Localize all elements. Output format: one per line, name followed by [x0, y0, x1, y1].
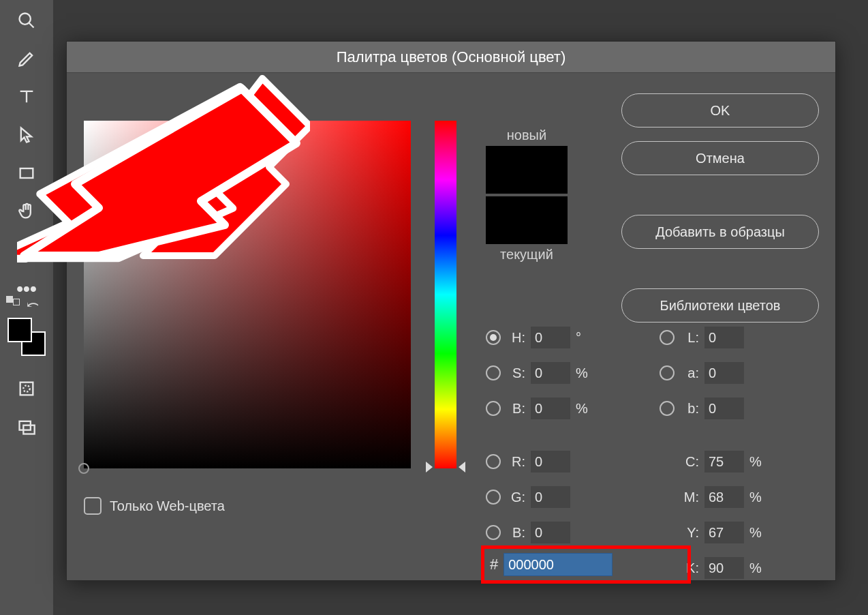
new-color-swatch[interactable] — [486, 146, 568, 194]
quickmask-tool-icon[interactable] — [10, 375, 44, 402]
brgb-input[interactable] — [531, 522, 570, 543]
s-label: S: — [506, 365, 525, 381]
k-unit: % — [749, 560, 762, 576]
svg-rect-2 — [20, 168, 33, 178]
color-swatches-tool[interactable]: ⤺ — [6, 316, 47, 357]
path-select-tool-icon[interactable] — [10, 121, 44, 149]
sat-radio[interactable] — [486, 365, 501, 380]
a-label: a: — [680, 365, 699, 381]
y-unit: % — [749, 525, 762, 541]
svg-line-1 — [29, 23, 34, 28]
s-unit: % — [576, 365, 588, 381]
svg-point-3 — [20, 243, 31, 254]
new-label: новый — [486, 127, 568, 143]
h-input[interactable] — [531, 327, 570, 348]
type-tool-icon[interactable] — [10, 83, 44, 110]
l-radio[interactable] — [660, 330, 675, 345]
y-label: Y: — [680, 525, 699, 541]
brgb-radio[interactable] — [486, 525, 501, 540]
web-only-checkbox[interactable]: Только Web-цвета — [84, 497, 225, 515]
ok-button[interactable]: OK — [621, 93, 819, 127]
l-label: L: — [680, 330, 699, 346]
a-input[interactable] — [704, 362, 744, 384]
swatch-preview: новый текущий — [486, 127, 568, 262]
svg-point-6 — [23, 385, 29, 391]
m-unit: % — [749, 490, 762, 505]
blab-radio[interactable] — [660, 401, 675, 416]
g-input[interactable] — [531, 486, 570, 508]
hue-slider[interactable] — [435, 121, 456, 468]
hex-input[interactable] — [503, 553, 613, 576]
checkbox-icon — [84, 497, 102, 515]
blab-label: b: — [680, 401, 699, 417]
hue-radio[interactable] — [486, 330, 501, 345]
svg-rect-5 — [20, 382, 33, 395]
bhsb-label: B: — [506, 401, 525, 417]
dialog-buttons: OK Отмена Добавить в образцы Библиотеки … — [621, 93, 819, 322]
brgb-label: B: — [506, 525, 525, 541]
foreground-color-swatch[interactable] — [7, 318, 32, 342]
hex-highlight-box: # — [481, 545, 691, 584]
r-input[interactable] — [531, 451, 570, 472]
rectangle-tool-icon[interactable] — [10, 160, 44, 187]
dialog-body: новый текущий OK Отмена Добавить в образ… — [67, 73, 835, 580]
screenmode-tool-icon[interactable] — [10, 413, 44, 440]
web-only-label: Только Web-цвета — [110, 498, 225, 514]
h-unit: ° — [576, 330, 588, 346]
current-label: текущий — [486, 247, 568, 262]
a-radio[interactable] — [660, 365, 675, 380]
zoom-tool-icon[interactable] — [10, 236, 44, 263]
color-field-marker — [78, 463, 89, 474]
color-picker-dialog: Палитра цветов (Основной цвет) новый тек… — [66, 41, 836, 581]
hex-hash: # — [490, 556, 498, 573]
color-field[interactable] — [84, 121, 411, 468]
default-colors-icon[interactable]: ⤺ — [6, 296, 39, 314]
bhsb-unit: % — [576, 401, 588, 417]
lab-cmyk-group: L: a: b: C:% M:% Y:% K:% — [660, 325, 762, 580]
hsb-rgb-group: H:° S:% B:% R: G: B: — [486, 325, 588, 545]
pen-tool-icon[interactable] — [10, 45, 44, 72]
svg-line-4 — [30, 253, 34, 257]
blab-input[interactable] — [704, 397, 744, 419]
h-label: H: — [506, 330, 525, 346]
c-label: C: — [680, 454, 699, 470]
s-input[interactable] — [531, 362, 570, 384]
dialog-titlebar: Палитра цветов (Основной цвет) — [67, 42, 835, 73]
svg-point-0 — [20, 14, 31, 25]
g-radio[interactable] — [486, 490, 501, 505]
m-input[interactable] — [704, 486, 744, 508]
r-radio[interactable] — [486, 454, 501, 469]
dialog-title: Палитра цветов (Основной цвет) — [337, 48, 566, 66]
r-label: R: — [506, 454, 525, 470]
magnifier-tool-icon[interactable] — [10, 7, 44, 34]
hand-tool-icon[interactable] — [10, 198, 44, 225]
current-color-swatch[interactable] — [486, 196, 568, 244]
k-input[interactable] — [704, 557, 744, 579]
c-unit: % — [749, 454, 762, 470]
add-swatch-button[interactable]: Добавить в образцы — [621, 215, 819, 249]
y-input[interactable] — [704, 522, 744, 543]
bhsb-input[interactable] — [531, 397, 570, 419]
l-input[interactable] — [704, 327, 744, 348]
g-label: G: — [506, 490, 525, 505]
color-libraries-button[interactable]: Библиотеки цветов — [621, 288, 819, 322]
bri-radio[interactable] — [486, 401, 501, 416]
tools-panel: ••• ⤺ — [0, 0, 53, 615]
c-input[interactable] — [704, 451, 744, 472]
m-label: M: — [680, 490, 699, 505]
cancel-button[interactable]: Отмена — [621, 141, 819, 175]
